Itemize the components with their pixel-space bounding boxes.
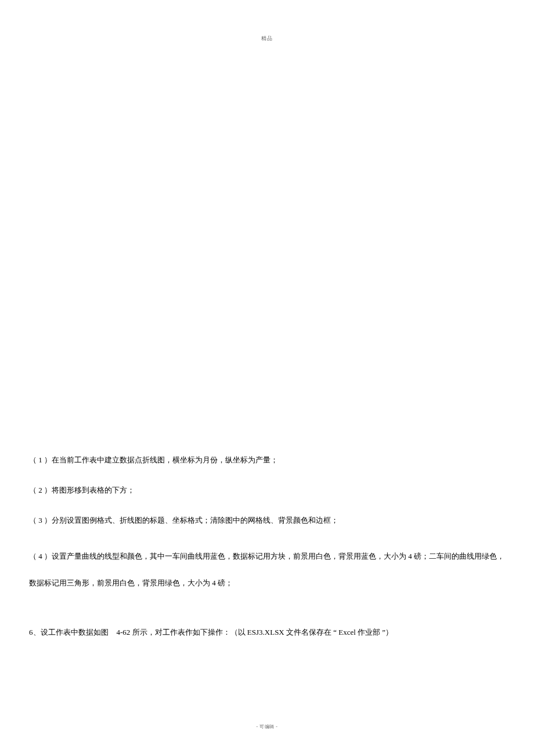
page-header-watermark: 精品 [261,35,273,42]
list-item: （ 3 ）分别设置图例格式、折线图的标题、坐标格式；清除图中的网格线、背景颜色和… [29,513,505,528]
question-6-part-b: 4-62 所示，对工作表作如下操作：（以 ESJ3.XLSX 文件名保存在 “ … [117,628,394,636]
list-item: （ 2 ）将图形移到表格的下方； [29,483,505,498]
question-item: 6、设工作表中数据如图4-62 所示，对工作表作如下操作：（以 ESJ3.XLS… [29,625,505,640]
list-item: （ 4 ）设置产量曲线的线型和颜色，其中一车间曲线用蓝色，数据标记用方块，前景用… [29,543,505,596]
page-footer-note: - 可编辑 - [257,724,278,730]
document-body: （ 1 ）在当前工作表中建立数据点折线图，横坐标为月份，纵坐标为产量； （ 2 … [29,453,505,655]
question-6-part-a: 6、设工作表中数据如图 [29,628,109,636]
list-item: （ 1 ）在当前工作表中建立数据点折线图，横坐标为月份，纵坐标为产量； [29,453,505,468]
spacer [29,602,505,625]
